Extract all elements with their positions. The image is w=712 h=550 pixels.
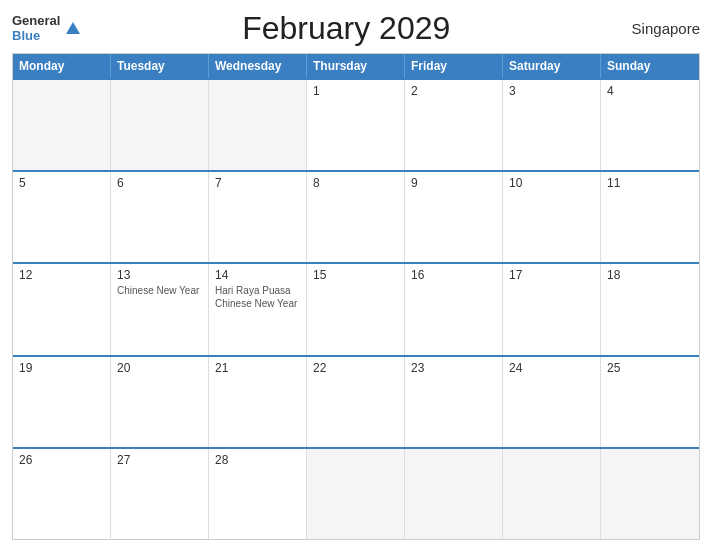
- weekday-header: Saturday: [503, 54, 601, 78]
- calendar-cell: 8: [307, 172, 405, 262]
- day-number: 10: [509, 176, 594, 190]
- holiday-label: Chinese New Year: [117, 284, 202, 297]
- logo: General Blue: [12, 14, 82, 43]
- day-number: 21: [215, 361, 300, 375]
- calendar-cell: 19: [13, 357, 111, 447]
- weekday-header: Tuesday: [111, 54, 209, 78]
- calendar-week: 19202122232425: [13, 355, 699, 447]
- day-number: 20: [117, 361, 202, 375]
- logo-general: General: [12, 14, 60, 28]
- calendar-week: 1234: [13, 78, 699, 170]
- holiday-label: Hari Raya Puasa Chinese New Year: [215, 284, 300, 310]
- day-number: 11: [607, 176, 693, 190]
- day-number: 28: [215, 453, 300, 467]
- weekday-header: Thursday: [307, 54, 405, 78]
- day-number: 13: [117, 268, 202, 282]
- day-number: 23: [411, 361, 496, 375]
- calendar-cell: 20: [111, 357, 209, 447]
- calendar-cell: 4: [601, 80, 699, 170]
- day-number: 25: [607, 361, 693, 375]
- page: General Blue February 2029 Singapore Mon…: [0, 0, 712, 550]
- calendar-cell: 3: [503, 80, 601, 170]
- calendar-cell: 21: [209, 357, 307, 447]
- calendar-cell: 14Hari Raya Puasa Chinese New Year: [209, 264, 307, 354]
- calendar-cell: 18: [601, 264, 699, 354]
- weekday-header: Monday: [13, 54, 111, 78]
- country-label: Singapore: [610, 20, 700, 37]
- calendar-cell: 1: [307, 80, 405, 170]
- calendar-cell: [405, 449, 503, 539]
- calendar-week: 1213Chinese New Year14Hari Raya Puasa Ch…: [13, 262, 699, 354]
- day-number: 19: [19, 361, 104, 375]
- calendar-cell: 24: [503, 357, 601, 447]
- calendar-cell: 23: [405, 357, 503, 447]
- calendar-cell: 15: [307, 264, 405, 354]
- calendar-cell: 7: [209, 172, 307, 262]
- calendar-cell: [111, 80, 209, 170]
- day-number: 17: [509, 268, 594, 282]
- calendar-header: MondayTuesdayWednesdayThursdayFridaySatu…: [13, 54, 699, 78]
- day-number: 27: [117, 453, 202, 467]
- calendar-cell: 26: [13, 449, 111, 539]
- logo-icon: [64, 20, 82, 38]
- calendar-cell: 12: [13, 264, 111, 354]
- calendar-week: 262728: [13, 447, 699, 539]
- calendar-cell: 13Chinese New Year: [111, 264, 209, 354]
- day-number: 26: [19, 453, 104, 467]
- calendar-cell: [307, 449, 405, 539]
- calendar-title: February 2029: [82, 10, 610, 47]
- svg-marker-0: [66, 22, 80, 34]
- header: General Blue February 2029 Singapore: [12, 10, 700, 47]
- calendar-cell: 25: [601, 357, 699, 447]
- day-number: 14: [215, 268, 300, 282]
- calendar-cell: 28: [209, 449, 307, 539]
- calendar-cell: 2: [405, 80, 503, 170]
- day-number: 18: [607, 268, 693, 282]
- calendar-cell: [503, 449, 601, 539]
- day-number: 9: [411, 176, 496, 190]
- day-number: 15: [313, 268, 398, 282]
- day-number: 3: [509, 84, 594, 98]
- calendar-cell: 6: [111, 172, 209, 262]
- weekday-header: Wednesday: [209, 54, 307, 78]
- calendar-cell: 11: [601, 172, 699, 262]
- calendar-cell: 10: [503, 172, 601, 262]
- day-number: 24: [509, 361, 594, 375]
- day-number: 6: [117, 176, 202, 190]
- weekday-header: Friday: [405, 54, 503, 78]
- day-number: 5: [19, 176, 104, 190]
- day-number: 16: [411, 268, 496, 282]
- calendar-cell: 27: [111, 449, 209, 539]
- calendar-cell: 9: [405, 172, 503, 262]
- calendar-cell: [209, 80, 307, 170]
- calendar-cell: [13, 80, 111, 170]
- calendar-body: 12345678910111213Chinese New Year14Hari …: [13, 78, 699, 539]
- calendar-cell: 17: [503, 264, 601, 354]
- calendar: MondayTuesdayWednesdayThursdayFridaySatu…: [12, 53, 700, 540]
- day-number: 2: [411, 84, 496, 98]
- day-number: 12: [19, 268, 104, 282]
- calendar-cell: 22: [307, 357, 405, 447]
- calendar-cell: [601, 449, 699, 539]
- day-number: 1: [313, 84, 398, 98]
- calendar-week: 567891011: [13, 170, 699, 262]
- day-number: 22: [313, 361, 398, 375]
- day-number: 7: [215, 176, 300, 190]
- logo-blue: Blue: [12, 29, 60, 43]
- weekday-header: Sunday: [601, 54, 699, 78]
- day-number: 8: [313, 176, 398, 190]
- day-number: 4: [607, 84, 693, 98]
- calendar-cell: 5: [13, 172, 111, 262]
- calendar-cell: 16: [405, 264, 503, 354]
